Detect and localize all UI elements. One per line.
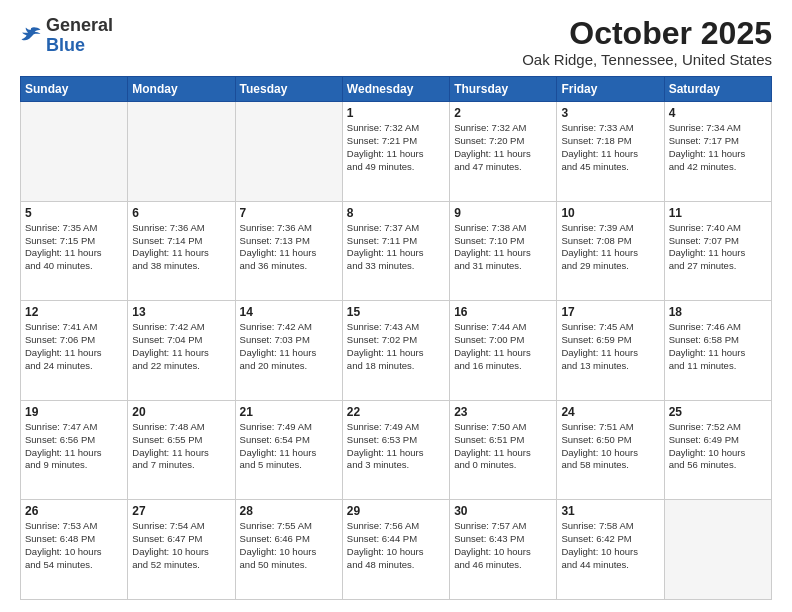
day-cell: 4Sunrise: 7:34 AM Sunset: 7:17 PM Daylig… [664,102,771,202]
day-number: 4 [669,106,767,120]
weekday-header-monday: Monday [128,77,235,102]
day-cell: 6Sunrise: 7:36 AM Sunset: 7:14 PM Daylig… [128,201,235,301]
day-cell: 31Sunrise: 7:58 AM Sunset: 6:42 PM Dayli… [557,500,664,600]
day-cell: 29Sunrise: 7:56 AM Sunset: 6:44 PM Dayli… [342,500,449,600]
day-cell: 8Sunrise: 7:37 AM Sunset: 7:11 PM Daylig… [342,201,449,301]
header: General Blue October 2025 Oak Ridge, Ten… [20,16,772,68]
day-info: Sunrise: 7:43 AM Sunset: 7:02 PM Dayligh… [347,321,445,372]
day-number: 17 [561,305,659,319]
day-cell: 28Sunrise: 7:55 AM Sunset: 6:46 PM Dayli… [235,500,342,600]
day-cell: 26Sunrise: 7:53 AM Sunset: 6:48 PM Dayli… [21,500,128,600]
day-info: Sunrise: 7:49 AM Sunset: 6:54 PM Dayligh… [240,421,338,472]
day-info: Sunrise: 7:46 AM Sunset: 6:58 PM Dayligh… [669,321,767,372]
day-number: 22 [347,405,445,419]
day-cell: 5Sunrise: 7:35 AM Sunset: 7:15 PM Daylig… [21,201,128,301]
day-number: 1 [347,106,445,120]
day-number: 21 [240,405,338,419]
day-number: 31 [561,504,659,518]
day-number: 15 [347,305,445,319]
calendar-header: SundayMondayTuesdayWednesdayThursdayFrid… [21,77,772,102]
day-number: 18 [669,305,767,319]
day-info: Sunrise: 7:33 AM Sunset: 7:18 PM Dayligh… [561,122,659,173]
day-number: 27 [132,504,230,518]
day-number: 30 [454,504,552,518]
day-cell: 18Sunrise: 7:46 AM Sunset: 6:58 PM Dayli… [664,301,771,401]
weekday-row: SundayMondayTuesdayWednesdayThursdayFrid… [21,77,772,102]
day-number: 26 [25,504,123,518]
day-info: Sunrise: 7:49 AM Sunset: 6:53 PM Dayligh… [347,421,445,472]
day-cell [235,102,342,202]
logo: General Blue [20,16,113,56]
day-cell: 20Sunrise: 7:48 AM Sunset: 6:55 PM Dayli… [128,400,235,500]
day-info: Sunrise: 7:38 AM Sunset: 7:10 PM Dayligh… [454,222,552,273]
day-number: 16 [454,305,552,319]
day-info: Sunrise: 7:39 AM Sunset: 7:08 PM Dayligh… [561,222,659,273]
day-info: Sunrise: 7:50 AM Sunset: 6:51 PM Dayligh… [454,421,552,472]
day-number: 13 [132,305,230,319]
day-cell: 22Sunrise: 7:49 AM Sunset: 6:53 PM Dayli… [342,400,449,500]
calendar-title: October 2025 [522,16,772,51]
title-block: October 2025 Oak Ridge, Tennessee, Unite… [522,16,772,68]
week-row-4: 26Sunrise: 7:53 AM Sunset: 6:48 PM Dayli… [21,500,772,600]
day-info: Sunrise: 7:41 AM Sunset: 7:06 PM Dayligh… [25,321,123,372]
day-number: 5 [25,206,123,220]
day-number: 23 [454,405,552,419]
weekday-header-saturday: Saturday [664,77,771,102]
day-info: Sunrise: 7:40 AM Sunset: 7:07 PM Dayligh… [669,222,767,273]
weekday-header-wednesday: Wednesday [342,77,449,102]
day-number: 2 [454,106,552,120]
day-cell: 1Sunrise: 7:32 AM Sunset: 7:21 PM Daylig… [342,102,449,202]
day-number: 28 [240,504,338,518]
day-number: 12 [25,305,123,319]
day-info: Sunrise: 7:36 AM Sunset: 7:13 PM Dayligh… [240,222,338,273]
day-cell [21,102,128,202]
day-info: Sunrise: 7:47 AM Sunset: 6:56 PM Dayligh… [25,421,123,472]
week-row-1: 5Sunrise: 7:35 AM Sunset: 7:15 PM Daylig… [21,201,772,301]
day-cell: 2Sunrise: 7:32 AM Sunset: 7:20 PM Daylig… [450,102,557,202]
day-info: Sunrise: 7:48 AM Sunset: 6:55 PM Dayligh… [132,421,230,472]
day-info: Sunrise: 7:51 AM Sunset: 6:50 PM Dayligh… [561,421,659,472]
day-number: 7 [240,206,338,220]
day-number: 25 [669,405,767,419]
day-info: Sunrise: 7:37 AM Sunset: 7:11 PM Dayligh… [347,222,445,273]
day-info: Sunrise: 7:45 AM Sunset: 6:59 PM Dayligh… [561,321,659,372]
day-number: 19 [25,405,123,419]
day-cell: 7Sunrise: 7:36 AM Sunset: 7:13 PM Daylig… [235,201,342,301]
week-row-3: 19Sunrise: 7:47 AM Sunset: 6:56 PM Dayli… [21,400,772,500]
day-cell: 11Sunrise: 7:40 AM Sunset: 7:07 PM Dayli… [664,201,771,301]
day-number: 9 [454,206,552,220]
day-cell: 30Sunrise: 7:57 AM Sunset: 6:43 PM Dayli… [450,500,557,600]
day-info: Sunrise: 7:52 AM Sunset: 6:49 PM Dayligh… [669,421,767,472]
day-info: Sunrise: 7:42 AM Sunset: 7:04 PM Dayligh… [132,321,230,372]
day-info: Sunrise: 7:53 AM Sunset: 6:48 PM Dayligh… [25,520,123,571]
day-cell [664,500,771,600]
week-row-2: 12Sunrise: 7:41 AM Sunset: 7:06 PM Dayli… [21,301,772,401]
day-cell: 14Sunrise: 7:42 AM Sunset: 7:03 PM Dayli… [235,301,342,401]
logo-bird-icon [20,25,42,43]
day-cell: 23Sunrise: 7:50 AM Sunset: 6:51 PM Dayli… [450,400,557,500]
day-cell [128,102,235,202]
day-cell: 21Sunrise: 7:49 AM Sunset: 6:54 PM Dayli… [235,400,342,500]
day-number: 29 [347,504,445,518]
day-cell: 13Sunrise: 7:42 AM Sunset: 7:04 PM Dayli… [128,301,235,401]
day-number: 24 [561,405,659,419]
day-cell: 10Sunrise: 7:39 AM Sunset: 7:08 PM Dayli… [557,201,664,301]
day-info: Sunrise: 7:32 AM Sunset: 7:20 PM Dayligh… [454,122,552,173]
logo-text: General Blue [46,16,113,56]
day-info: Sunrise: 7:56 AM Sunset: 6:44 PM Dayligh… [347,520,445,571]
day-cell: 19Sunrise: 7:47 AM Sunset: 6:56 PM Dayli… [21,400,128,500]
day-cell: 27Sunrise: 7:54 AM Sunset: 6:47 PM Dayli… [128,500,235,600]
day-cell: 3Sunrise: 7:33 AM Sunset: 7:18 PM Daylig… [557,102,664,202]
day-info: Sunrise: 7:32 AM Sunset: 7:21 PM Dayligh… [347,122,445,173]
day-info: Sunrise: 7:35 AM Sunset: 7:15 PM Dayligh… [25,222,123,273]
day-info: Sunrise: 7:58 AM Sunset: 6:42 PM Dayligh… [561,520,659,571]
day-number: 10 [561,206,659,220]
day-number: 3 [561,106,659,120]
day-info: Sunrise: 7:36 AM Sunset: 7:14 PM Dayligh… [132,222,230,273]
calendar-table: SundayMondayTuesdayWednesdayThursdayFrid… [20,76,772,600]
day-info: Sunrise: 7:44 AM Sunset: 7:00 PM Dayligh… [454,321,552,372]
day-info: Sunrise: 7:55 AM Sunset: 6:46 PM Dayligh… [240,520,338,571]
weekday-header-sunday: Sunday [21,77,128,102]
day-info: Sunrise: 7:34 AM Sunset: 7:17 PM Dayligh… [669,122,767,173]
day-cell: 17Sunrise: 7:45 AM Sunset: 6:59 PM Dayli… [557,301,664,401]
